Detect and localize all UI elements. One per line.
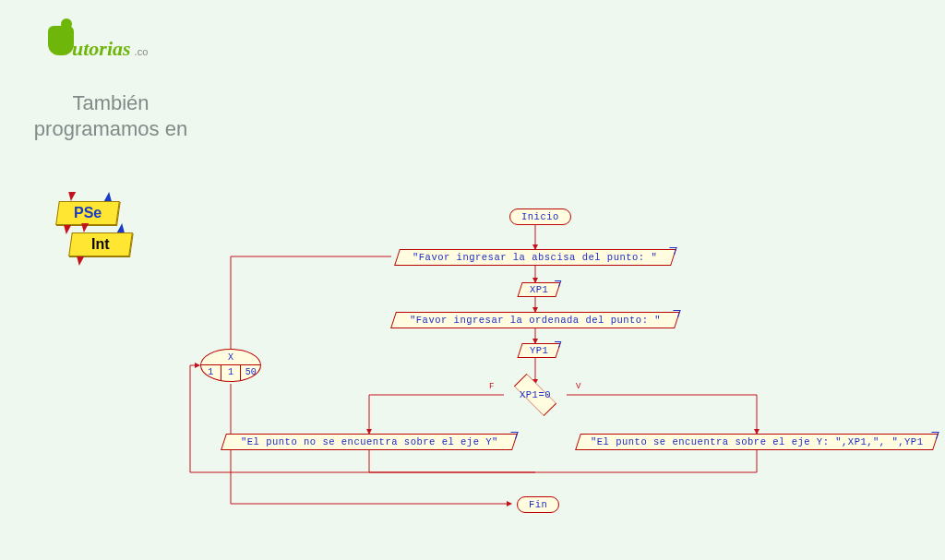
prompt-x-output: "Favor ingresar la abscisa del punto: "	[394, 249, 676, 266]
tagline-text: También programamos en	[28, 90, 194, 141]
int-label: Int	[91, 236, 110, 253]
start-terminal: Inicio	[509, 209, 571, 225]
prompt-y-output: "Favor ingresar la ordenada del punto: "	[390, 312, 680, 328]
logo-text: utorias	[72, 37, 131, 61]
loop-step: 1	[221, 365, 242, 381]
read-y-text: YP1	[530, 345, 548, 356]
output-false-text: "El punto no se encuentra sobre el eje Y…	[241, 436, 498, 447]
loop-to: 50	[241, 365, 260, 381]
int-ribbon: Int	[68, 232, 133, 256]
decision-node: XP1=0	[503, 384, 568, 406]
flowchart: F V Inicio "Favor ingresar la abscisa de…	[166, 203, 941, 554]
read-x-text: XP1	[530, 284, 548, 295]
read-y-input: YP1	[517, 343, 561, 358]
prompt-x-text: "Favor ingresar la abscisa del punto: "	[413, 252, 657, 263]
logo-mark-icon	[48, 26, 74, 55]
loop-var: X	[201, 350, 260, 365]
output-false: "El punto no se encuentra sobre el eje Y…	[221, 434, 518, 450]
end-terminal: Fin	[517, 496, 559, 513]
loop-from: 1	[201, 365, 221, 381]
pse-ribbon: PSe	[55, 201, 120, 225]
logo-subtext: .co	[135, 46, 149, 57]
output-true: "El punto se encuentra sobre el eje Y: "…	[575, 434, 939, 450]
start-label: Inicio	[521, 211, 559, 222]
read-x-input: XP1	[517, 282, 561, 297]
pse-label: PSe	[74, 205, 102, 221]
prompt-y-text: "Favor ingresar la ordenada del punto: "	[410, 315, 661, 326]
output-true-text: "El punto se encuentra sobre el eje Y: "…	[591, 436, 923, 447]
decision-true-label: V	[576, 382, 580, 391]
end-label: Fin	[529, 499, 547, 510]
tool-ribbons: PSe Int	[57, 201, 131, 264]
loop-counter: X 1 1 50	[200, 349, 261, 382]
brand-logo: utorias .co	[48, 26, 148, 61]
decision-text: XP1=0	[520, 389, 551, 400]
decision-false-label: F	[489, 382, 494, 391]
